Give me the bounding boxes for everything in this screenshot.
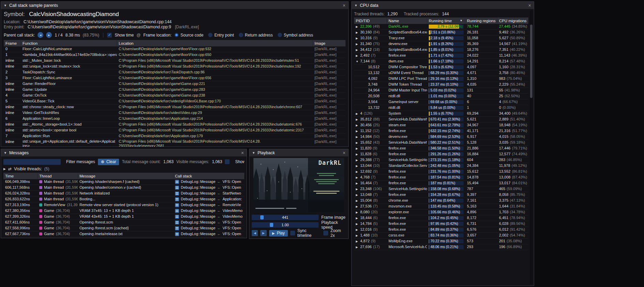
cpu-process-row[interactable]: ▶23,348(106)ServiceHub.SettingsHost158.0…	[354, 186, 528, 192]
callstack-frame-row[interactable]: 2TaskDispatch::SyncC:\Users\wolf\Desktop…	[4, 70, 346, 75]
clear-button[interactable]: ⊗ Clear	[98, 159, 119, 165]
cpu-process-row[interactable]: ▶10,316(9)Tracy.exe2.18 s (9.45%)11,0585…	[354, 35, 528, 41]
expand-icon[interactable]: ▶	[356, 187, 360, 192]
cpu-process-row[interactable]: ▶31,340(75)devenv.exe1.91 s (8.26%)35,36…	[354, 41, 528, 47]
callstack-frame-row[interactable]: 3Floor::CalcLightNoLuminanceC:\Users\wol…	[4, 75, 346, 81]
expand-icon[interactable]: ▶	[356, 221, 360, 227]
cpu-process-row[interactable]: ▶35,812(88)ServiceHub.DataWarehou670.41 …	[354, 117, 528, 123]
cpu-process-row[interactable]: ▶4(126)System1.55 s (6.70%)69,29434,400(…	[354, 111, 528, 117]
expand-icon[interactable]: ▼	[356, 59, 360, 64]
column-header-message[interactable]: Message	[78, 173, 173, 179]
expand-icon[interactable]: ▶	[356, 152, 360, 157]
prev-frame-button[interactable]: ◀	[252, 230, 258, 236]
expand-icon[interactable]: ▶	[356, 42, 360, 47]
cpu-process-row[interactable]: 3,748DWM Token Thread23.37 ms (0.10%)4,0…	[354, 82, 528, 88]
message-row[interactable]: 627,399,326nsGame(36,704)VRAM 43x45: 15 …	[3, 214, 244, 220]
expand-icon[interactable]: ▶	[356, 227, 360, 232]
expand-icon[interactable]: ▶	[356, 163, 360, 169]
playback-frame-image[interactable]: DarkRL	[253, 158, 344, 212]
callstack-frame-row[interactable]: inlinestd::_Mutex_base::lockC:\Program F…	[4, 58, 346, 64]
cpu-process-row[interactable]: 13,732ntdll.dll5.84 us (0.00%)10(0.00%)	[354, 105, 528, 111]
callstack-icon[interactable]	[175, 180, 179, 184]
expand-icon[interactable]: ▶	[356, 36, 360, 41]
callstack-frame-row[interactable]: 5VideoGLBase::TickC:\Users\wolf\Desktop\…	[4, 99, 346, 104]
frame-location-radio-entry-point[interactable]: Entry point	[208, 33, 234, 38]
message-row[interactable]: 606,049,398nsMain thread(31,596)Opening …	[3, 179, 244, 185]
cpu-process-row[interactable]: ▶34,412(18)ScriptedSandbox64.exe1.85 s (…	[354, 47, 528, 53]
message-row[interactable]: 627,558,996nsGame(36,704)Opening /forest…	[3, 226, 244, 231]
cpu-process-row[interactable]: ▶12,016(9)firefox.exe84.89 ms (0.37%)6,5…	[354, 227, 528, 233]
cpu-process-row[interactable]: ▶13,044(10)StandardCollector.Servic242.4…	[354, 163, 528, 169]
column-header-running-time[interactable]: Running time ▼	[427, 18, 465, 24]
message-filter-input[interactable]	[3, 159, 61, 165]
message-row[interactable]: 627,411,606nsGame(36,704)Opening /forest…	[3, 220, 244, 226]
message-row[interactable]: 627,380,356nsGame(36,704)VRAM 37x45: 13 …	[3, 208, 244, 214]
sync-timeline-checkbox[interactable]	[290, 231, 295, 235]
message-row[interactable]: 627,831,246nsGame(36,704)Intro menu load…	[3, 237, 244, 238]
close-icon[interactable]: ×	[343, 150, 346, 155]
expand-icon[interactable]: ▶	[356, 192, 360, 198]
callstack-frame-row[interactable]: inlinestd::unique_ptr<Application,std::d…	[4, 139, 346, 147]
cpu-process-row[interactable]: ▶4,872(9)MsMpEng.exe70.22 ms (0.30%)5732…	[354, 239, 528, 244]
callstack-icon[interactable]	[175, 215, 179, 219]
cpu-process-row[interactable]: 3,564GameInput server69.68 us (0.00%)64(…	[354, 99, 528, 105]
cpu-process-row[interactable]: 4,092DWM LPC Port Thread29.16 ms (0.13%)…	[354, 76, 528, 82]
expand-icon[interactable]: ▶	[356, 146, 360, 151]
cpu-process-row[interactable]: ▶11,152(12)firefox.exe632.15 ms (2.74%)4…	[354, 128, 528, 134]
column-header-callstack[interactable]: Call stack	[173, 173, 244, 179]
expand-icon[interactable]: ▶	[356, 198, 360, 203]
frame-location-radio-return-address[interactable]: Return address	[239, 33, 273, 38]
message-row[interactable]: 627,667,736nsGame(36,704)Opening /meta/r…	[3, 231, 244, 237]
expand-icon[interactable]: ▶	[356, 233, 360, 238]
callstack-frame-row[interactable]: inlineGame::UpdateC:\Users\wolf\Desktop\…	[4, 87, 346, 93]
callstack-frame-row[interactable]: 6Application::InnerLoopC:\Users\wolf\Des…	[4, 116, 346, 122]
frame-location-radio-source-code[interactable]: Source code	[174, 33, 203, 38]
show-frame-checkbox[interactable]	[225, 159, 230, 164]
cpu-process-row[interactable]: 10,512DWM Compositor Thread1.53 s (6.63%…	[354, 64, 528, 70]
collapse-icon[interactable]: ▼	[252, 151, 255, 155]
cpu-process-row[interactable]: ▶2,492(7)firefox.exe1.71 s (7.42%)24,022…	[354, 53, 528, 59]
next-parent-button[interactable]: ▸	[46, 32, 52, 38]
callstack-frame-row[interactable]: 1<lambda_84a19dc444fae966ca174e83e708bdc…	[4, 52, 346, 58]
cpu-process-row[interactable]: ▶16,464(7)firefox.exe187 ms (0.81%)15,49…	[354, 181, 528, 186]
close-icon[interactable]: ×	[528, 3, 531, 8]
callstack-icon[interactable]	[175, 209, 179, 213]
cpu-process-row[interactable]: ▶8,080(20)explorer.exe105.66 ms (0.46%)4…	[354, 210, 528, 215]
expand-icon[interactable]: ▶	[356, 216, 360, 221]
expand-icon[interactable]: ▶	[356, 181, 360, 186]
expand-icon[interactable]: ▶	[356, 175, 360, 180]
expand-icon[interactable]: ▶	[356, 140, 360, 145]
close-icon[interactable]: ×	[241, 150, 244, 155]
expand-icon[interactable]: ▶	[356, 134, 360, 140]
callstack-frame-row[interactable]: inlinestd::unique_lock<std::mutex>::lock…	[4, 64, 346, 70]
cpu-process-row[interactable]: ▶15,652(43)ServiceHub.DataWarehou580.22 …	[354, 140, 528, 146]
callstack-icon[interactable]	[175, 186, 179, 190]
message-row[interactable]: 627,313,190nsRemoteView(31,392)Remote vi…	[3, 202, 244, 208]
cpu-scrollbar-thumb[interactable]	[530, 25, 532, 98]
cpu-process-row[interactable]: ▶11,820(9)firefox.exe346.58 ms (1.50%)21…	[354, 146, 528, 152]
expand-icon[interactable]: ▶	[356, 53, 360, 58]
collapse-icon[interactable]: ▼	[4, 4, 7, 7]
cpu-process-row[interactable]: ▶30,456(25)steam.exe643.61 ms (2.79%)34,…	[354, 123, 528, 128]
expand-icon[interactable]: ▶	[356, 117, 360, 122]
message-row[interactable]: 606,117,568nsMain thread(31,596)Opening …	[3, 185, 244, 191]
callstack-frame-row[interactable]: inlinestd::atomic<bool>::operator boolC:…	[4, 128, 346, 133]
cpu-process-row[interactable]: ▶27,536(7)msvsmon.exe133.45 ms (0.58%)5,…	[354, 204, 528, 210]
callstack-icon[interactable]	[175, 197, 179, 201]
column-header-thread[interactable]: Thread	[38, 173, 78, 179]
expand-icon[interactable]: ▶	[356, 129, 360, 134]
message-row[interactable]: 626,833,622nsMain thread(31,596)Booting.…	[3, 197, 244, 202]
cpu-process-row[interactable]: 20,508ntdll.dll1.01 ms (0.00%)4025(62.50…	[354, 94, 528, 99]
cpu-process-row[interactable]: ▶14,784(5)firefox.exe97.95 ms (0.42%)6,7…	[354, 221, 528, 227]
zoom-2x-checkbox[interactable]	[323, 231, 328, 235]
cpu-process-row[interactable]: ▶1,488(10)csrss.exe83.74 ms (0.36%)3,657…	[354, 233, 528, 239]
cpu-process-row[interactable]: ▶30,160(84)ScriptedSandbox64.exe2.51 s (…	[354, 30, 528, 35]
column-header-name[interactable]: Name	[387, 18, 427, 24]
cpu-process-row[interactable]: ▶14,984(50)devenv.exe584.69 ms (2.53%)6,…	[354, 134, 528, 140]
callstack-frame-row[interactable]: inlineVideo::GetTicksHiResC:\Users\wolf\…	[4, 110, 346, 116]
column-header-location[interactable]: Location	[117, 40, 313, 46]
callstack-window-titlebar[interactable]: ▼ Call stack sample parents ×	[1, 2, 348, 9]
expand-icon[interactable]: ▶	[356, 123, 360, 128]
column-header-image[interactable]: Image	[313, 40, 346, 46]
callstack-frame-row[interactable]: 7Application::RunC:\Users\wolf\Desktop\d…	[4, 133, 346, 139]
